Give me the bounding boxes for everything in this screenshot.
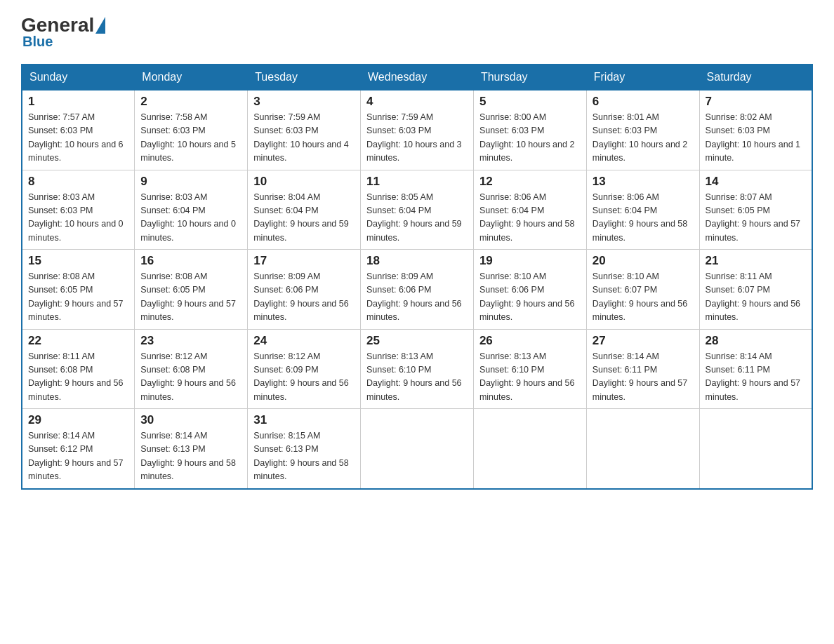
day-number: 3 [253,95,355,109]
page-header: General Blue [21,14,813,50]
calendar-header-sunday: Sunday [22,65,135,90]
calendar-header-thursday: Thursday [473,65,586,90]
day-info: Sunrise: 8:11 AMSunset: 6:08 PMDaylight:… [28,350,128,405]
day-number: 13 [593,175,694,189]
day-info: Sunrise: 8:08 AMSunset: 6:05 PMDaylight:… [140,270,241,325]
calendar-day-cell [699,409,812,489]
day-info: Sunrise: 8:07 AMSunset: 6:05 PMDaylight:… [706,191,806,246]
calendar-day-cell: 8Sunrise: 8:03 AMSunset: 6:03 PMDaylight… [22,170,135,250]
calendar-week-row: 22Sunrise: 8:11 AMSunset: 6:08 PMDayligh… [22,329,812,409]
calendar-day-cell: 5Sunrise: 8:00 AMSunset: 6:03 PMDaylight… [473,90,586,170]
day-number: 29 [28,413,128,427]
day-number: 19 [479,254,581,268]
calendar-day-cell: 22Sunrise: 8:11 AMSunset: 6:08 PMDayligh… [22,329,135,409]
calendar-day-cell: 10Sunrise: 8:04 AMSunset: 6:04 PMDayligh… [248,170,361,250]
calendar-day-cell: 13Sunrise: 8:06 AMSunset: 6:04 PMDayligh… [586,170,699,250]
calendar-table: SundayMondayTuesdayWednesdayThursdayFrid… [21,64,813,490]
calendar-header-tuesday: Tuesday [248,65,361,90]
calendar-day-cell: 20Sunrise: 8:10 AMSunset: 6:07 PMDayligh… [586,250,699,330]
day-info: Sunrise: 8:12 AMSunset: 6:08 PMDaylight:… [140,350,241,405]
day-number: 15 [28,254,128,268]
day-info: Sunrise: 8:01 AMSunset: 6:03 PMDaylight:… [593,111,694,166]
calendar-header-friday: Friday [586,65,699,90]
calendar-day-cell: 1Sunrise: 7:57 AMSunset: 6:03 PMDaylight… [22,90,135,170]
day-number: 31 [253,413,355,427]
calendar-day-cell: 14Sunrise: 8:07 AMSunset: 6:05 PMDayligh… [699,170,812,250]
day-info: Sunrise: 8:10 AMSunset: 6:07 PMDaylight:… [593,270,694,325]
calendar-day-cell: 4Sunrise: 7:59 AMSunset: 6:03 PMDaylight… [361,90,474,170]
day-info: Sunrise: 7:57 AMSunset: 6:03 PMDaylight:… [28,111,128,166]
day-number: 5 [479,95,581,109]
day-info: Sunrise: 8:14 AMSunset: 6:11 PMDaylight:… [706,350,806,405]
calendar-week-row: 8Sunrise: 8:03 AMSunset: 6:03 PMDaylight… [22,170,812,250]
calendar-day-cell: 9Sunrise: 8:03 AMSunset: 6:04 PMDaylight… [135,170,248,250]
day-info: Sunrise: 8:08 AMSunset: 6:05 PMDaylight:… [28,270,128,325]
calendar-day-cell: 26Sunrise: 8:13 AMSunset: 6:10 PMDayligh… [473,329,586,409]
day-info: Sunrise: 8:12 AMSunset: 6:09 PMDaylight:… [253,350,355,405]
day-number: 21 [706,254,806,268]
day-info: Sunrise: 8:14 AMSunset: 6:11 PMDaylight:… [593,350,694,405]
day-info: Sunrise: 8:05 AMSunset: 6:04 PMDaylight:… [366,191,468,246]
day-info: Sunrise: 7:58 AMSunset: 6:03 PMDaylight:… [140,111,241,166]
day-info: Sunrise: 8:09 AMSunset: 6:06 PMDaylight:… [366,270,468,325]
day-info: Sunrise: 8:04 AMSunset: 6:04 PMDaylight:… [253,191,355,246]
calendar-day-cell: 3Sunrise: 7:59 AMSunset: 6:03 PMDaylight… [248,90,361,170]
day-number: 1 [28,95,128,109]
calendar-header-monday: Monday [135,65,248,90]
day-info: Sunrise: 8:09 AMSunset: 6:06 PMDaylight:… [253,270,355,325]
day-number: 9 [140,175,241,189]
day-number: 20 [593,254,694,268]
logo: General Blue [21,14,107,50]
day-number: 16 [140,254,241,268]
day-number: 28 [706,334,806,348]
day-info: Sunrise: 8:03 AMSunset: 6:04 PMDaylight:… [140,191,241,246]
calendar-day-cell: 23Sunrise: 8:12 AMSunset: 6:08 PMDayligh… [135,329,248,409]
day-number: 30 [140,413,241,427]
day-info: Sunrise: 7:59 AMSunset: 6:03 PMDaylight:… [253,111,355,166]
calendar-day-cell [473,409,586,489]
day-info: Sunrise: 8:13 AMSunset: 6:10 PMDaylight:… [479,350,581,405]
calendar-week-row: 29Sunrise: 8:14 AMSunset: 6:12 PMDayligh… [22,409,812,489]
calendar-header-row: SundayMondayTuesdayWednesdayThursdayFrid… [22,65,812,90]
calendar-day-cell: 28Sunrise: 8:14 AMSunset: 6:11 PMDayligh… [699,329,812,409]
day-info: Sunrise: 8:14 AMSunset: 6:12 PMDaylight:… [28,429,128,484]
calendar-day-cell: 18Sunrise: 8:09 AMSunset: 6:06 PMDayligh… [361,250,474,330]
day-info: Sunrise: 8:11 AMSunset: 6:07 PMDaylight:… [706,270,806,325]
day-number: 26 [479,334,581,348]
calendar-day-cell [361,409,474,489]
day-info: Sunrise: 8:13 AMSunset: 6:10 PMDaylight:… [366,350,468,405]
calendar-day-cell: 21Sunrise: 8:11 AMSunset: 6:07 PMDayligh… [699,250,812,330]
day-info: Sunrise: 8:06 AMSunset: 6:04 PMDaylight:… [479,191,581,246]
calendar-day-cell: 7Sunrise: 8:02 AMSunset: 6:03 PMDaylight… [699,90,812,170]
day-info: Sunrise: 8:03 AMSunset: 6:03 PMDaylight:… [28,191,128,246]
day-number: 27 [593,334,694,348]
calendar-day-cell: 30Sunrise: 8:14 AMSunset: 6:13 PMDayligh… [135,409,248,489]
calendar-day-cell: 11Sunrise: 8:05 AMSunset: 6:04 PMDayligh… [361,170,474,250]
day-number: 7 [706,95,806,109]
day-number: 10 [253,175,355,189]
day-number: 11 [366,175,468,189]
calendar-day-cell: 25Sunrise: 8:13 AMSunset: 6:10 PMDayligh… [361,329,474,409]
day-number: 12 [479,175,581,189]
calendar-day-cell: 24Sunrise: 8:12 AMSunset: 6:09 PMDayligh… [248,329,361,409]
calendar-day-cell: 27Sunrise: 8:14 AMSunset: 6:11 PMDayligh… [586,329,699,409]
day-info: Sunrise: 8:10 AMSunset: 6:06 PMDaylight:… [479,270,581,325]
calendar-header-wednesday: Wednesday [361,65,474,90]
day-number: 14 [706,175,806,189]
day-info: Sunrise: 8:00 AMSunset: 6:03 PMDaylight:… [479,111,581,166]
day-info: Sunrise: 8:02 AMSunset: 6:03 PMDaylight:… [706,111,806,166]
day-number: 8 [28,175,128,189]
calendar-day-cell [586,409,699,489]
calendar-day-cell: 6Sunrise: 8:01 AMSunset: 6:03 PMDaylight… [586,90,699,170]
day-number: 25 [366,334,468,348]
calendar-week-row: 1Sunrise: 7:57 AMSunset: 6:03 PMDaylight… [22,90,812,170]
calendar-header-saturday: Saturday [699,65,812,90]
day-number: 4 [366,95,468,109]
day-info: Sunrise: 8:15 AMSunset: 6:13 PMDaylight:… [253,429,355,484]
calendar-day-cell: 2Sunrise: 7:58 AMSunset: 6:03 PMDaylight… [135,90,248,170]
day-info: Sunrise: 8:06 AMSunset: 6:04 PMDaylight:… [593,191,694,246]
logo-blue-text: Blue [22,34,53,50]
day-info: Sunrise: 8:14 AMSunset: 6:13 PMDaylight:… [140,429,241,484]
day-number: 2 [140,95,241,109]
day-number: 23 [140,334,241,348]
